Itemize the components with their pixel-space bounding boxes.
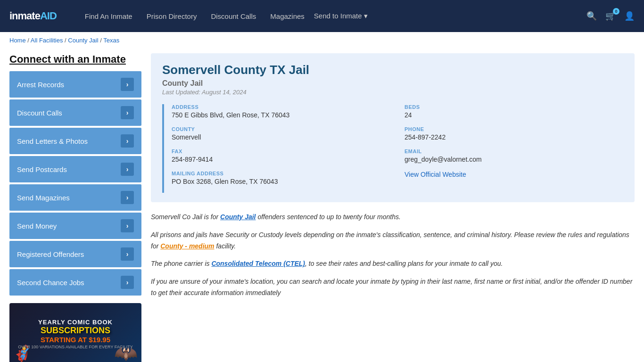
county-label: COUNTY (172, 126, 390, 132)
sidebar-item-label: Arrest Records (17, 81, 64, 89)
facility-updated: Last Updated: August 14, 2024 (162, 89, 623, 96)
arrow-icon: › (121, 219, 134, 232)
desc-p1: Somervell Co Jail is for County Jail off… (151, 212, 635, 223)
address-section: ADDRESS 750 E Gibbs Blvd, Glen Rose, TX … (172, 104, 390, 119)
beds-section: BEDS 24 (405, 104, 623, 119)
phone-value: 254-897-2242 (405, 133, 623, 141)
county-value: Somervell (172, 133, 390, 141)
facility-name: Somervell County TX Jail (162, 63, 623, 77)
arrow-icon: › (121, 247, 134, 261)
main-content: Somervell County TX Jail County Jail Las… (151, 53, 635, 362)
desc-p2: All prisons and jails have Security or C… (151, 230, 635, 252)
facility-card: Somervell County TX Jail County Jail Las… (151, 53, 635, 202)
account-button[interactable]: 👤 (624, 11, 635, 21)
nav-send-to-inmate[interactable]: Send to Inmate ▾ (314, 12, 368, 20)
email-section: EMAIL greg_doyle@valornet.com (405, 148, 623, 163)
website-section: View Official Website (405, 171, 623, 178)
desc-p3-before: The phone carrier is (151, 260, 211, 267)
sidebar-item-arrest-records[interactable]: Arrest Records › (9, 71, 141, 98)
cart-badge: 0 (613, 8, 619, 15)
sidebar-item-discount-calls[interactable]: Discount Calls › (9, 99, 141, 126)
email-label: EMAIL (405, 148, 623, 154)
sidebar-item-label: Send Postcards (17, 165, 67, 173)
county-section: COUNTY Somervell (172, 126, 390, 141)
ad-line4: OVER 100 VARIATIONS AVAILABLE FOR EVERY … (18, 345, 133, 349)
nav-find-inmate[interactable]: Find An Inmate (80, 10, 137, 23)
nav-discount-calls[interactable]: Discount Calls (206, 10, 261, 23)
nav-prison-directory[interactable]: Prison Directory (142, 10, 202, 23)
phone-label: PHONE (405, 126, 623, 132)
arrow-icon: › (121, 276, 134, 289)
arrow-icon: › (121, 78, 134, 91)
sidebar-item-label: Second Chance Jobs (17, 279, 84, 287)
ctel-link[interactable]: Consolidated Telecom (CTEL) (211, 260, 305, 267)
sidebar: Connect with an Inmate Arrest Records › … (9, 53, 141, 362)
sidebar-item-label: Send Letters & Photos (17, 137, 88, 145)
sidebar-item-registered-offenders[interactable]: Registered Offenders › (9, 241, 141, 267)
desc-p3: The phone carrier is Consolidated Teleco… (151, 258, 635, 270)
sidebar-title: Connect with an Inmate (9, 53, 141, 66)
sidebar-item-label: Discount Calls (17, 109, 62, 117)
ad-banner[interactable]: 🦸 YEARLY COMIC BOOK SUBSCRIPTIONS STARTI… (9, 303, 141, 362)
mailing-section: MAILING ADDRESS PO Box 3268, Glen Rose, … (172, 171, 390, 185)
header: inmateAID Find An Inmate Prison Director… (0, 0, 644, 32)
facility-details-left: ADDRESS 750 E Gibbs Blvd, Glen Rose, TX … (162, 104, 390, 193)
desc-p2-after: facility. (215, 242, 236, 250)
mailing-label: MAILING ADDRESS (172, 171, 390, 176)
beds-label: BEDS (405, 104, 623, 110)
arrow-icon: › (121, 163, 134, 176)
facility-details-right: BEDS 24 PHONE 254-897-2242 EMAIL greg_do… (405, 104, 623, 193)
sidebar-item-label: Registered Offenders (17, 250, 84, 258)
fax-section: FAX 254-897-9414 (172, 148, 390, 163)
website-link[interactable]: View Official Website (405, 171, 466, 178)
ad-line2: SUBSCRIPTIONS (18, 326, 133, 336)
sidebar-item-send-postcards[interactable]: Send Postcards › (9, 156, 141, 182)
breadcrumb-all-facilities[interactable]: All Facilities (31, 37, 63, 44)
desc-p4: If you are unsure of your inmate's locat… (151, 276, 635, 299)
sidebar-item-label: Send Magazines (17, 194, 70, 202)
facility-description: Somervell Co Jail is for County Jail off… (151, 212, 635, 299)
breadcrumb: Home / All Facilities / County Jail / Te… (0, 32, 644, 49)
ad-line3: STARTING AT $19.95 (18, 336, 133, 344)
breadcrumb-home[interactable]: Home (9, 37, 26, 44)
header-icons: 🔍 🛒 0 👤 (586, 11, 635, 21)
desc-p1-after: offenders sentenced to up to twenty four… (256, 213, 401, 221)
fax-value: 254-897-9414 (172, 156, 390, 163)
breadcrumb-state[interactable]: Texas (103, 37, 119, 44)
address-value: 750 E Gibbs Blvd, Glen Rose, TX 76043 (172, 111, 390, 119)
desc-p1-before: Somervell Co Jail is for (151, 213, 220, 221)
arrow-icon: › (121, 191, 134, 204)
logo[interactable]: inmateAID (9, 10, 57, 22)
arrow-icon: › (121, 134, 134, 148)
sidebar-menu: Arrest Records › Discount Calls › Send L… (9, 71, 141, 296)
county-medium-link[interactable]: County - medium (160, 242, 214, 250)
sidebar-item-send-letters[interactable]: Send Letters & Photos › (9, 128, 141, 154)
main-nav: Find An Inmate Prison Directory Discount… (80, 10, 368, 23)
facility-details: ADDRESS 750 E Gibbs Blvd, Glen Rose, TX … (162, 104, 623, 193)
main-layout: Connect with an Inmate Arrest Records › … (0, 49, 644, 362)
sidebar-item-second-chance-jobs[interactable]: Second Chance Jobs › (9, 269, 141, 296)
logo-text: inmateAID (9, 10, 57, 22)
beds-value: 24 (405, 111, 623, 119)
county-jail-link[interactable]: County Jail (220, 213, 256, 221)
cart-button[interactable]: 🛒 0 (605, 11, 616, 21)
email-value: greg_doyle@valornet.com (405, 156, 623, 163)
mailing-value: PO Box 3268, Glen Rose, TX 76043 (172, 178, 390, 185)
phone-section: PHONE 254-897-2242 (405, 126, 623, 141)
sidebar-item-label: Send Money (17, 222, 57, 230)
nav-magazines[interactable]: Magazines (265, 10, 309, 23)
ad-line1: YEARLY COMIC BOOK (18, 319, 133, 326)
desc-p3-after: , to see their rates and best-calling pl… (305, 260, 503, 267)
breadcrumb-county-jail[interactable]: County Jail (68, 37, 98, 44)
sidebar-item-send-magazines[interactable]: Send Magazines › (9, 184, 141, 211)
fax-label: FAX (172, 148, 390, 154)
arrow-icon: › (121, 106, 134, 119)
search-button[interactable]: 🔍 (586, 11, 597, 21)
address-label: ADDRESS (172, 104, 390, 110)
sidebar-item-send-money[interactable]: Send Money › (9, 213, 141, 239)
facility-type: County Jail (162, 79, 623, 88)
